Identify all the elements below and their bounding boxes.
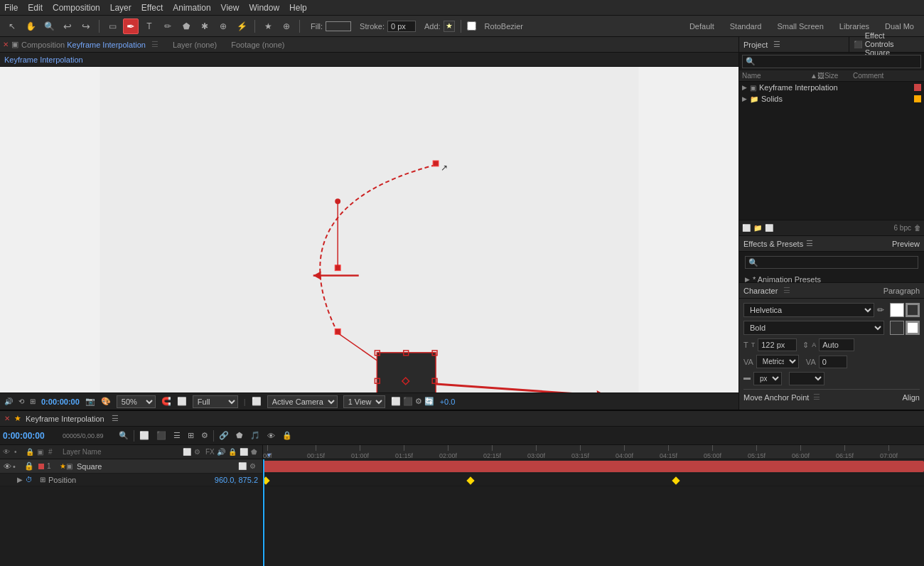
icon-v3[interactable]: ⚙ xyxy=(415,397,422,406)
char-menu-icon[interactable]: ☰ xyxy=(783,286,790,295)
prop-expand-icon[interactable]: ▶ xyxy=(17,476,26,484)
fill-color-box[interactable] xyxy=(890,303,904,317)
folder-expand-icon[interactable]: ▶ xyxy=(742,95,747,102)
project-item-folder[interactable]: ▶ 📁 Solids xyxy=(739,93,924,105)
effect-animation-presets[interactable]: ▶ * Animation Presets xyxy=(739,273,924,282)
menu-composition[interactable]: Composition xyxy=(53,3,100,13)
footer-icon1[interactable]: ⬜ xyxy=(742,224,751,232)
tool-hand[interactable]: ✋ xyxy=(23,18,38,34)
icon-v1[interactable]: ⬜ xyxy=(391,397,401,406)
track-bar-square[interactable] xyxy=(263,461,924,472)
stroke-color-box[interactable] xyxy=(906,303,920,317)
tl-tool-5[interactable]: ⚙ xyxy=(199,429,210,442)
project-search-input[interactable] xyxy=(758,58,918,66)
keyframe-3[interactable] xyxy=(672,476,679,484)
delete-icon[interactable]: 🗑 xyxy=(914,224,921,232)
menu-effect[interactable]: Effect xyxy=(141,3,163,13)
tool-redo[interactable]: ↪ xyxy=(78,18,94,34)
tl-tool-6[interactable]: 🔗 xyxy=(217,429,231,442)
stroke-value[interactable] xyxy=(387,21,416,32)
zoom-select[interactable]: 50%100%25% xyxy=(117,395,156,408)
tl-tool-3[interactable]: ☰ xyxy=(171,429,183,442)
leading-input[interactable] xyxy=(819,338,854,351)
style-color-1[interactable] xyxy=(890,321,904,335)
tl-tool-10[interactable]: 🔒 xyxy=(280,429,294,442)
rotobezier-checkbox[interactable] xyxy=(467,21,476,31)
style-select[interactable]: Bold xyxy=(743,321,884,335)
comp-menu-icon[interactable]: ☰ xyxy=(151,40,159,49)
snap-icon[interactable]: 🧲 xyxy=(161,397,171,406)
tool-rect[interactable]: ▭ xyxy=(104,18,120,34)
tracking-input[interactable] xyxy=(819,356,847,368)
menu-file[interactable]: File xyxy=(4,3,18,13)
layer-row-square[interactable]: 👁 • 🔒 1 ★ ▣ Square ⬜ ⚙ xyxy=(0,459,262,474)
ws-small[interactable]: Small Screen xyxy=(771,21,829,32)
tl-tool-1[interactable]: ⬜ xyxy=(137,429,151,442)
tool-undo[interactable]: ↩ xyxy=(60,18,75,34)
time-display[interactable]: 0:00:00:00 xyxy=(41,397,80,406)
font-select[interactable]: Helvetica xyxy=(743,303,874,317)
tool-star[interactable]: ★ xyxy=(260,18,276,34)
effects-search-input[interactable] xyxy=(745,256,918,269)
layer-ctrl-1[interactable]: ⬜ xyxy=(238,462,249,470)
camera-select[interactable]: Active Camera xyxy=(267,395,338,408)
safe-zones-icon[interactable]: ⬜ xyxy=(177,397,187,406)
menu-layer[interactable]: Layer xyxy=(110,3,131,13)
add-icon[interactable]: ★ xyxy=(444,21,455,32)
expand-icon[interactable]: ▶ xyxy=(742,84,747,91)
tl-menu-icon[interactable]: ☰ xyxy=(112,414,119,423)
layer-ctrl-2[interactable]: ⚙ xyxy=(249,462,261,470)
unit-select[interactable]: px xyxy=(753,372,782,385)
layer-solo[interactable]: • xyxy=(13,462,24,471)
icon-v2[interactable]: ⬛ xyxy=(403,397,413,406)
tool-pen[interactable]: ✒ xyxy=(123,18,139,34)
size-input[interactable] xyxy=(758,338,797,351)
resolution-select[interactable]: FullHalfQuarter xyxy=(193,395,238,408)
tl-tool-9[interactable]: 👁 xyxy=(265,430,277,442)
style-color-2[interactable] xyxy=(906,321,920,335)
tl-tool-2[interactable]: ⬛ xyxy=(154,429,168,442)
ws-default[interactable]: Default xyxy=(684,21,720,32)
menu-view[interactable]: View xyxy=(221,3,240,13)
font-edit-icon[interactable]: ✏ xyxy=(877,305,884,315)
tl-close-icon[interactable]: ✕ xyxy=(4,415,10,422)
region-icon[interactable]: ⬜ xyxy=(252,397,262,406)
layer-eye-toggle[interactable]: 👁 xyxy=(1,462,13,471)
layer-lock[interactable]: 🔒 xyxy=(24,461,36,471)
loop-icon[interactable]: ⟲ xyxy=(18,397,24,405)
tl-time-display[interactable]: 0:00:00:00 xyxy=(3,431,60,441)
effects-menu-icon[interactable]: ☰ xyxy=(806,239,813,248)
color-mode-icon[interactable]: 🎨 xyxy=(101,397,111,406)
anchor-menu-icon[interactable]: ☰ xyxy=(813,393,820,402)
grid-icon[interactable]: ⊞ xyxy=(30,397,36,405)
tl-tool-search[interactable]: 🔍 xyxy=(117,429,131,442)
project-item-comp[interactable]: ▶ ▣ Keyframe Interpolation xyxy=(739,82,924,93)
menu-help[interactable]: Help xyxy=(289,3,307,13)
layer-color-swatch[interactable] xyxy=(38,464,44,469)
ws-dual[interactable]: Dual Mo xyxy=(879,21,920,32)
camera-icon[interactable]: 📷 xyxy=(85,397,95,406)
keyframe-2[interactable] xyxy=(467,476,475,484)
footer-icon2[interactable]: 📁 xyxy=(753,224,762,232)
tool-roto[interactable]: ⊕ xyxy=(215,18,231,34)
footer-icon3[interactable]: ⬜ xyxy=(765,224,773,232)
menu-edit[interactable]: Edit xyxy=(28,3,43,13)
ws-libraries[interactable]: Libraries xyxy=(834,21,875,32)
tool-zoom[interactable]: 🔍 xyxy=(41,18,57,34)
ws-standard[interactable]: Standard xyxy=(724,21,768,32)
prop-stopwatch[interactable]: ⏱ xyxy=(26,476,37,484)
unit-select2[interactable] xyxy=(789,372,824,385)
paragraph-tab[interactable]: Paragraph xyxy=(883,287,920,295)
tool-brush[interactable]: ✏ xyxy=(160,18,176,34)
menu-window[interactable]: Window xyxy=(249,3,279,13)
metrics-select[interactable]: Metrics xyxy=(756,355,799,368)
menu-animation[interactable]: Animation xyxy=(173,3,210,13)
tl-tool-4[interactable]: ⊞ xyxy=(186,429,196,442)
playhead[interactable] xyxy=(263,459,264,566)
tool-text[interactable]: T xyxy=(141,18,157,34)
tool-stamp[interactable]: ⬟ xyxy=(178,18,194,34)
comp-viewport[interactable]: ↗ xyxy=(0,67,738,393)
tl-tool-7[interactable]: ⬟ xyxy=(234,429,245,442)
project-menu-icon[interactable]: ☰ xyxy=(773,40,780,49)
view-select[interactable]: 1 View xyxy=(343,395,385,408)
